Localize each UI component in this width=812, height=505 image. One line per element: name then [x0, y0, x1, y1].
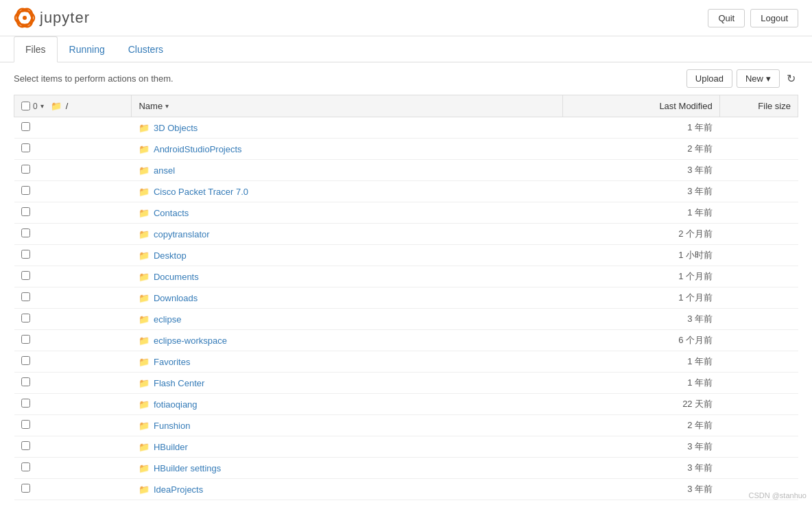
- row-name[interactable]: 📁eclipse-workspace: [132, 330, 563, 351]
- row-name-text: fotiaoqiang: [154, 399, 198, 410]
- table-row: 📁fotiaoqiang22 天前: [14, 394, 798, 415]
- row-size: [719, 139, 798, 160]
- select-all-checkbox[interactable]: [21, 102, 30, 110]
- row-checkbox[interactable]: [21, 441, 30, 450]
- row-checkbox-cell: [14, 202, 132, 224]
- folder-icon: 📁: [139, 293, 150, 303]
- tab-files[interactable]: Files: [14, 36, 58, 62]
- row-name[interactable]: 📁Links: [132, 500, 563, 506]
- row-checkbox[interactable]: [21, 250, 30, 259]
- row-name[interactable]: 📁Downloads: [132, 287, 563, 309]
- row-name[interactable]: 📁Flash Center: [132, 373, 563, 394]
- row-modified: 2 个月前: [563, 224, 720, 245]
- toolbar-actions: Upload New ▾ ↻: [686, 69, 798, 88]
- header: jupyter Quit Logout: [0, 0, 812, 36]
- col-modified-header[interactable]: Last Modified: [563, 95, 720, 117]
- checkbox-dropdown-icon[interactable]: ▾: [40, 102, 44, 110]
- row-checkbox[interactable]: [21, 165, 30, 174]
- row-checkbox[interactable]: [21, 186, 30, 195]
- row-name-text: eclipse: [154, 314, 181, 325]
- row-checkbox-cell: [14, 458, 132, 479]
- tabs-bar: Files Running Clusters: [0, 36, 812, 62]
- new-button[interactable]: New ▾: [737, 69, 780, 88]
- row-size: [719, 202, 798, 224]
- table-row: 📁3D Objects1 年前: [14, 117, 798, 139]
- toolbar: Select items to perform actions on them.…: [0, 62, 812, 95]
- row-checkbox[interactable]: [21, 228, 30, 237]
- row-checkbox[interactable]: [21, 292, 30, 301]
- row-checkbox-cell: [14, 266, 132, 287]
- folder-icon: 📁: [139, 187, 150, 197]
- row-checkbox-cell: [14, 224, 132, 245]
- table-row: 📁Desktop1 小时前: [14, 245, 798, 266]
- row-name[interactable]: 📁Favorites: [132, 351, 563, 373]
- row-name-text: Documents: [154, 272, 199, 282]
- table-row: 📁IdeaProjects3 年前: [14, 479, 798, 500]
- row-checkbox-cell: [14, 351, 132, 373]
- row-name[interactable]: 📁copytranslator: [132, 224, 563, 245]
- row-name[interactable]: 📁AndroidStudioProjects: [132, 139, 563, 160]
- row-name-text: Downloads: [154, 293, 198, 303]
- logout-button[interactable]: Logout: [750, 9, 798, 27]
- row-checkbox[interactable]: [21, 207, 30, 216]
- row-size: [719, 373, 798, 394]
- row-modified: 1 个月前: [563, 266, 720, 287]
- refresh-icon[interactable]: ↻: [784, 69, 798, 88]
- row-checkbox-cell: [14, 415, 132, 436]
- row-name[interactable]: 📁Contacts: [132, 202, 563, 224]
- folder-icon: 📁: [139, 272, 150, 282]
- row-checkbox[interactable]: [21, 122, 30, 131]
- row-size: [719, 117, 798, 139]
- svg-point-3: [23, 16, 27, 20]
- row-checkbox[interactable]: [21, 377, 30, 386]
- row-name[interactable]: 📁Cisco Packet Tracer 7.0: [132, 181, 563, 202]
- row-name-text: Cisco Packet Tracer 7.0: [154, 187, 248, 197]
- row-checkbox-cell: [14, 309, 132, 330]
- row-name[interactable]: 📁3D Objects: [132, 117, 563, 139]
- row-checkbox[interactable]: [21, 314, 30, 322]
- row-name[interactable]: 📁fotiaoqiang: [132, 394, 563, 415]
- row-name[interactable]: 📁HBuilder settings: [132, 458, 563, 479]
- row-name[interactable]: 📁ansel: [132, 160, 563, 181]
- row-name[interactable]: 📁Desktop: [132, 245, 563, 266]
- row-name-text: ansel: [154, 165, 175, 176]
- table-row: 📁AndroidStudioProjects2 年前: [14, 139, 798, 160]
- row-checkbox[interactable]: [21, 484, 30, 493]
- row-name-text: Desktop: [154, 250, 187, 261]
- row-size: [719, 436, 798, 458]
- row-size: [719, 245, 798, 266]
- row-size: [719, 224, 798, 245]
- row-name[interactable]: 📁IdeaProjects: [132, 479, 563, 500]
- quit-button[interactable]: Quit: [708, 9, 745, 27]
- row-name[interactable]: 📁eclipse: [132, 309, 563, 330]
- row-checkbox-cell: [14, 139, 132, 160]
- row-checkbox[interactable]: [21, 271, 30, 280]
- table-row: 📁Funshion2 年前: [14, 415, 798, 436]
- row-modified: 1 年前: [563, 202, 720, 224]
- row-name[interactable]: 📁Funshion: [132, 415, 563, 436]
- row-checkbox[interactable]: [21, 335, 30, 344]
- table-row: 📁Links1 年前: [14, 500, 798, 506]
- row-name-text: eclipse-workspace: [154, 336, 227, 346]
- folder-icon: 📁: [139, 399, 150, 410]
- row-size: [719, 330, 798, 351]
- row-checkbox-cell: [14, 436, 132, 458]
- select-hint: Select items to perform actions on them.: [14, 73, 174, 84]
- checked-count: 0: [33, 102, 38, 111]
- tab-clusters[interactable]: Clusters: [117, 36, 175, 62]
- row-checkbox[interactable]: [21, 399, 30, 408]
- row-name[interactable]: 📁HBuilder: [132, 436, 563, 458]
- row-name[interactable]: 📁Documents: [132, 266, 563, 287]
- row-checkbox[interactable]: [21, 462, 30, 471]
- upload-button[interactable]: Upload: [686, 69, 732, 88]
- row-modified: 3 年前: [563, 309, 720, 330]
- folder-icon: 📁: [139, 229, 150, 239]
- col-name-header[interactable]: Name ▾: [132, 95, 563, 117]
- row-checkbox[interactable]: [21, 356, 30, 365]
- tab-running[interactable]: Running: [58, 36, 117, 62]
- row-checkbox[interactable]: [21, 420, 30, 429]
- logo-area: jupyter: [14, 7, 90, 29]
- row-checkbox[interactable]: [21, 143, 30, 152]
- header-buttons: Quit Logout: [708, 9, 798, 27]
- folder-icon: 📁: [139, 208, 150, 218]
